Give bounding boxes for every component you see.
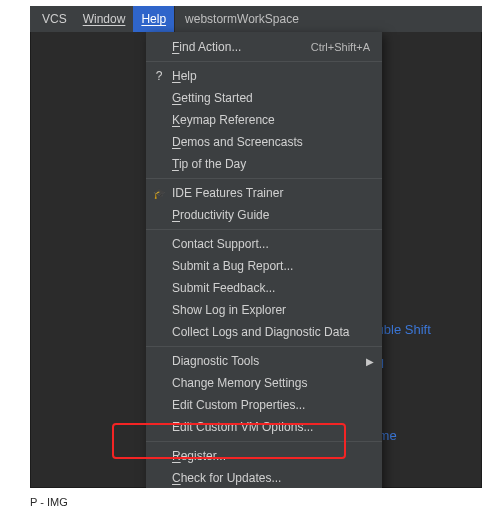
menu-item-label: Diagnostic Tools [172,354,370,368]
menu-item-label: Submit Feedback... [172,281,370,295]
footer-caption: P - IMG [30,496,68,508]
menu-separator [146,346,382,347]
menu-item[interactable]: Change Memory Settings [146,372,382,394]
ide-window: VCS Window Help webstormWorkSpace Double… [30,6,482,488]
menu-item-label: Edit Custom VM Options... [172,420,370,434]
menu-item[interactable]: 🎓IDE Features Trainer [146,182,382,204]
menu-label: VCS [42,12,67,26]
menu-item-label: Change Memory Settings [172,376,370,390]
menu-item[interactable]: Collect Logs and Diagnostic Data [146,321,382,343]
menu-item-label: Getting Started [172,91,370,105]
menu-vcs[interactable]: VCS [34,6,75,32]
menu-item[interactable]: Submit a Bug Report... [146,255,382,277]
menu-item-label: Tip of the Day [172,157,370,171]
menu-item[interactable]: Contact Support... [146,233,382,255]
menu-item[interactable]: Tip of the Day [146,153,382,175]
menu-item[interactable]: Register... [146,445,382,467]
menu-separator [146,61,382,62]
menu-label: Help [141,12,166,26]
menu-item-label: Check for Updates... [172,471,370,485]
menu-item-label: Edit Custom Properties... [172,398,370,412]
menu-item[interactable]: Submit Feedback... [146,277,382,299]
menu-item[interactable]: Diagnostic Tools▶ [146,350,382,372]
menu-bar: VCS Window Help webstormWorkSpace [30,6,482,32]
menu-separator [146,441,382,442]
menu-item[interactable]: Keymap Reference [146,109,382,131]
menu-item-label: Submit a Bug Report... [172,259,370,273]
menu-item-label: Show Log in Explorer [172,303,370,317]
menu-item[interactable]: Demos and Screencasts [146,131,382,153]
menu-item-label: Help [172,69,370,83]
menu-item-label: Find Action... [172,40,301,54]
menu-item-label: Demos and Screencasts [172,135,370,149]
menu-item-label: Productivity Guide [172,208,370,222]
menu-shortcut: Ctrl+Shift+A [311,41,370,53]
menu-item-label: Collect Logs and Diagnostic Data [172,325,370,339]
menu-window[interactable]: Window [75,6,134,32]
help-icon: ? [152,69,166,83]
menu-separator [146,178,382,179]
menu-item-label: Contact Support... [172,237,370,251]
menu-item[interactable]: Edit Custom Properties... [146,394,382,416]
help-dropdown: Find Action...Ctrl+Shift+A?HelpGetting S… [146,32,382,488]
menu-item[interactable]: ?Help [146,65,382,87]
grad-cap-icon: 🎓 [152,188,166,199]
menu-label: Window [83,12,126,26]
menu-item[interactable]: Check for Updates... [146,467,382,488]
chevron-right-icon: ▶ [366,356,374,367]
menu-help[interactable]: Help [133,6,174,32]
menu-item[interactable]: Productivity Guide [146,204,382,226]
menu-item[interactable]: Find Action...Ctrl+Shift+A [146,36,382,58]
menu-item[interactable]: Show Log in Explorer [146,299,382,321]
menu-item-label: Keymap Reference [172,113,370,127]
menu-item-label: Register... [172,449,370,463]
project-name: webstormWorkSpace [175,12,309,26]
menu-item[interactable]: Getting Started [146,87,382,109]
menu-item[interactable]: Edit Custom VM Options... [146,416,382,438]
menu-item-label: IDE Features Trainer [172,186,370,200]
menu-separator [146,229,382,230]
